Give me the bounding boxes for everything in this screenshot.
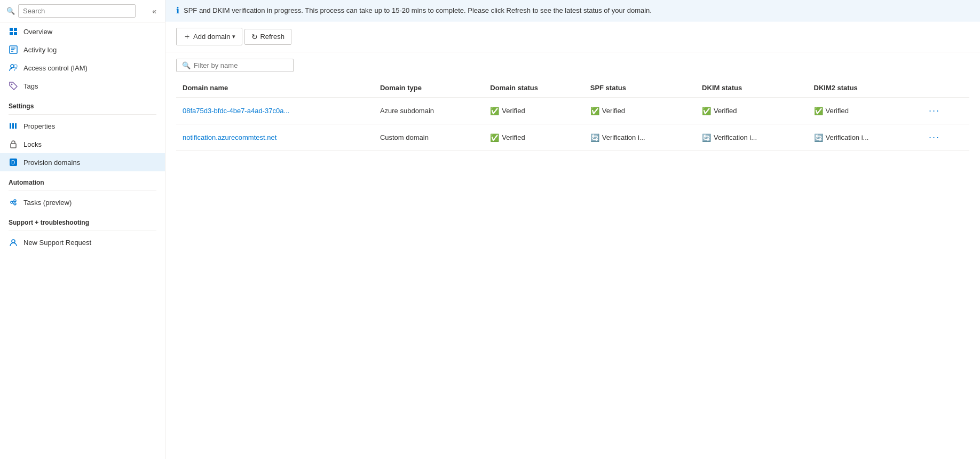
- status-label: Verified: [502, 107, 525, 115]
- refresh-icon: ↻: [251, 33, 258, 41]
- support-icon: [9, 238, 18, 247]
- nav-label-tasks: Tasks (preview): [23, 199, 72, 207]
- status-label: Verified: [714, 107, 737, 115]
- nav-label-activity-log: Activity log: [23, 46, 57, 54]
- svg-point-9: [14, 65, 17, 68]
- col-dkim2-status: DKIM2 status: [808, 78, 919, 98]
- nav-label-iam: Access control (IAM): [23, 64, 88, 72]
- add-icon: ＋: [183, 31, 191, 42]
- info-banner: ℹ SPF and DKIM verification in progress.…: [165, 0, 980, 21]
- more-options-button[interactable]: ···: [926, 104, 943, 117]
- nav-label-properties: Properties: [23, 122, 55, 130]
- refresh-button[interactable]: ↻ Refresh: [244, 29, 291, 45]
- progress-icon: 🔄: [702, 133, 711, 142]
- domain-table: Domain name Domain type Domain status SP…: [176, 78, 969, 151]
- banner-text: SPF and DKIM verification in progress. T…: [184, 6, 652, 14]
- filter-input[interactable]: [194, 61, 288, 69]
- svg-rect-14: [11, 144, 16, 148]
- table-row: notification.azurecommtest.netCustom dom…: [176, 124, 969, 151]
- nav-label-provision-domains: Provision domains: [23, 159, 80, 167]
- col-domain-type: Domain type: [374, 78, 484, 98]
- svg-point-17: [11, 201, 13, 203]
- nav-label-tags: Tags: [23, 82, 38, 90]
- provision-icon: D: [9, 157, 18, 167]
- svg-rect-3: [14, 32, 17, 35]
- status-label: Verification i...: [714, 133, 757, 141]
- svg-point-10: [11, 84, 13, 85]
- col-dkim-status: DKIM status: [696, 78, 807, 98]
- nav-item-locks[interactable]: Locks: [0, 135, 165, 153]
- nav-label-support-request: New Support Request: [23, 239, 91, 247]
- verified-icon: ✅: [590, 107, 599, 115]
- svg-rect-1: [14, 28, 17, 31]
- domain-type-cell: Azure subdomain: [374, 98, 484, 124]
- verified-icon: ✅: [702, 107, 711, 115]
- add-domain-label: Add domain: [193, 33, 230, 41]
- status-label: Verified: [826, 107, 849, 115]
- tasks-icon: [9, 197, 18, 207]
- domain-name-link[interactable]: 08fa75d3-bfdc-4be7-a4ad-37c0a...: [183, 107, 289, 115]
- locks-icon: [9, 139, 18, 149]
- svg-rect-2: [10, 32, 13, 35]
- col-spf-status: SPF status: [584, 78, 696, 98]
- table-row: 08fa75d3-bfdc-4be7-a4ad-37c0a...Azure su…: [176, 98, 969, 124]
- activity-icon: [9, 45, 18, 54]
- search-icon: 🔍: [6, 7, 15, 15]
- svg-line-21: [13, 202, 14, 204]
- support-divider: [9, 231, 156, 231]
- filter-search-icon: 🔍: [182, 61, 191, 69]
- nav-label-locks: Locks: [23, 140, 42, 148]
- collapse-button[interactable]: «: [150, 5, 159, 18]
- overview-icon: [9, 27, 18, 36]
- nav-item-provision-domains[interactable]: D Provision domains: [0, 153, 165, 171]
- svg-point-19: [14, 203, 16, 205]
- add-domain-chevron-icon: ▾: [232, 33, 235, 40]
- progress-icon: 🔄: [590, 133, 599, 142]
- svg-line-20: [13, 201, 14, 202]
- progress-icon: 🔄: [814, 133, 823, 142]
- svg-point-18: [14, 200, 16, 202]
- status-label: Verification i...: [826, 133, 869, 141]
- filter-bar: 🔍: [165, 52, 980, 78]
- svg-point-22: [12, 240, 15, 243]
- svg-point-8: [11, 65, 14, 68]
- settings-divider: [9, 114, 156, 115]
- svg-rect-11: [10, 123, 11, 129]
- iam-icon: [9, 63, 18, 73]
- support-section-header: Support + troubleshooting: [0, 211, 165, 228]
- more-options-button[interactable]: ···: [926, 131, 943, 144]
- toolbar: ＋ Add domain ▾ ↻ Refresh: [165, 21, 980, 52]
- status-label: Verification i...: [602, 133, 645, 141]
- sidebar-search-bar: 🔍 «: [0, 0, 165, 22]
- nav-item-tasks[interactable]: Tasks (preview): [0, 193, 165, 211]
- domain-type-cell: Custom domain: [374, 124, 484, 151]
- domain-name-link[interactable]: notification.azurecommtest.net: [183, 133, 276, 141]
- svg-rect-12: [12, 123, 14, 129]
- verified-icon: ✅: [490, 133, 499, 142]
- add-domain-button[interactable]: ＋ Add domain ▾: [176, 28, 242, 45]
- filter-input-wrapper: 🔍: [176, 59, 294, 72]
- domain-table-container: Domain name Domain type Domain status SP…: [165, 78, 980, 459]
- nav-item-iam[interactable]: Access control (IAM): [0, 59, 165, 77]
- svg-text:D: D: [11, 160, 15, 165]
- sidebar: 🔍 « Overview Activity log Access control…: [0, 0, 165, 459]
- settings-section-header: Settings: [0, 95, 165, 112]
- info-icon: ℹ: [176, 5, 179, 15]
- nav-item-support-request[interactable]: New Support Request: [0, 233, 165, 251]
- verified-icon: ✅: [490, 107, 499, 115]
- col-actions: [919, 78, 969, 98]
- search-input[interactable]: [18, 4, 136, 18]
- nav-item-activity-log[interactable]: Activity log: [0, 41, 165, 59]
- status-label: Verified: [602, 107, 625, 115]
- refresh-label: Refresh: [260, 33, 284, 41]
- col-domain-status: Domain status: [484, 78, 583, 98]
- automation-section-header: Automation: [0, 171, 165, 188]
- nav-item-tags[interactable]: Tags: [0, 77, 165, 95]
- nav-item-overview[interactable]: Overview: [0, 22, 165, 41]
- svg-rect-0: [10, 28, 13, 31]
- status-label: Verified: [502, 133, 525, 141]
- nav-item-properties[interactable]: Properties: [0, 117, 165, 135]
- verified-icon: ✅: [814, 107, 823, 115]
- properties-icon: [9, 121, 18, 131]
- col-domain-name: Domain name: [176, 78, 374, 98]
